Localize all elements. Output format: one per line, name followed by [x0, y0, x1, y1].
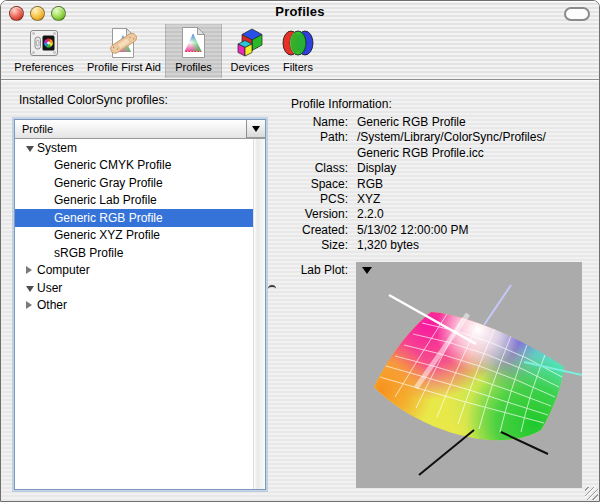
field-label: Created:: [291, 223, 348, 238]
field-value: RGB: [357, 177, 383, 192]
toolbar-label-profiles: Profiles: [175, 61, 212, 74]
disclosure-open-icon[interactable]: [26, 284, 37, 292]
profile-info-fields: Name: Generic RGB Profile Path: /System/…: [291, 115, 591, 254]
dropdown-arrow-icon: [252, 126, 260, 132]
tree-item-system[interactable]: System: [15, 139, 254, 157]
list-scrollbar[interactable]: [253, 139, 265, 489]
tree-item-label: Computer: [37, 263, 90, 277]
field-label: Space:: [291, 177, 348, 192]
field-label: [291, 146, 348, 161]
devices-icon: [235, 24, 265, 61]
lab-plot-label: Lab Plot:: [291, 263, 348, 277]
tree-item-generic-gray[interactable]: Generic Gray Profile: [15, 174, 254, 192]
disclosure-closed-icon[interactable]: [26, 301, 37, 309]
field-label: Version:: [291, 207, 348, 222]
tree-item-other[interactable]: Other: [15, 297, 254, 315]
toolbar-item-devices[interactable]: Devices: [224, 24, 276, 78]
tree-item-label: Other: [37, 298, 67, 312]
profile-information-heading: Profile Information:: [291, 97, 392, 111]
list-column-header-label: Profile: [22, 123, 53, 135]
field-label: PCS:: [291, 192, 348, 207]
filters-icon: [281, 24, 315, 61]
field-value: /System/Library/ColorSync/Profiles/: [357, 130, 546, 145]
toolbar-label-profile-first-aid: Profile First Aid: [87, 61, 161, 74]
tree-item-generic-cmyk[interactable]: Generic CMYK Profile: [15, 157, 254, 175]
field-row-space: Space: RGB: [291, 177, 591, 192]
profile-first-aid-icon: [107, 24, 141, 61]
lab-plot-menu-arrow[interactable]: [362, 267, 372, 274]
field-row-created: Created: 5/13/02 12:00:00 PM: [291, 223, 591, 238]
field-row-path: Path: /System/Library/ColorSync/Profiles…: [291, 130, 591, 145]
tree-item-label: User: [37, 281, 62, 295]
field-row-size: Size: 1,320 bytes: [291, 238, 591, 253]
field-label: Class:: [291, 161, 348, 176]
tree-item-user[interactable]: User: [15, 279, 254, 297]
lab-plot-view[interactable]: [356, 262, 582, 488]
toolbar-item-profile-first-aid[interactable]: Profile First Aid: [81, 24, 167, 78]
pane-splitter-handle[interactable]: [268, 285, 276, 292]
colorsync-profiles-window: Profiles: [0, 0, 600, 502]
toolbar-item-preferences[interactable]: Preferences: [9, 24, 79, 78]
tree-item-computer[interactable]: Computer: [15, 262, 254, 280]
field-row-version: Version: 2.2.0: [291, 207, 591, 222]
toolbar-item-filters[interactable]: Filters: [277, 24, 319, 78]
tree-item-label: Generic CMYK Profile: [54, 158, 171, 172]
profiles-list: Profile System Generic CMYK Profile Gene…: [14, 119, 266, 490]
field-label: Size:: [291, 238, 348, 253]
window-chrome: Profiles: [1, 1, 599, 80]
field-label: Name:: [291, 115, 348, 130]
field-row-class: Class: Display: [291, 161, 591, 176]
field-label: Path:: [291, 130, 348, 145]
field-row-pcs: PCS: XYZ: [291, 192, 591, 207]
toolbar-label-devices: Devices: [230, 61, 269, 74]
toolbar-label-preferences: Preferences: [14, 61, 73, 74]
list-column-header[interactable]: Profile: [15, 120, 265, 139]
tree-item-label: Generic Gray Profile: [54, 176, 163, 190]
window-resize-grip[interactable]: [585, 487, 598, 500]
preferences-icon: [29, 24, 59, 61]
field-value: Generic RGB Profile.icc: [357, 146, 484, 161]
tree-item-label: Generic RGB Profile: [54, 211, 163, 225]
profiles-tree: System Generic CMYK Profile Generic Gray…: [15, 139, 254, 489]
field-value: 2.2.0: [357, 207, 384, 222]
tree-item-label: sRGB Profile: [54, 246, 123, 260]
installed-profiles-heading: Installed ColorSync profiles:: [19, 93, 168, 107]
column-menu-button[interactable]: [246, 120, 265, 138]
tree-item-label: System: [37, 141, 77, 155]
tree-item-generic-rgb-selected[interactable]: Generic RGB Profile: [15, 209, 254, 227]
disclosure-closed-icon[interactable]: [26, 266, 37, 274]
window-title: Profiles: [1, 4, 599, 19]
tree-item-label: Generic Lab Profile: [54, 193, 157, 207]
tree-item-srgb[interactable]: sRGB Profile: [15, 244, 254, 262]
tree-item-generic-xyz[interactable]: Generic XYZ Profile: [15, 227, 254, 245]
toolbar-label-filters: Filters: [283, 61, 313, 74]
gamut-surface-plot: [356, 262, 582, 488]
tree-item-label: Generic XYZ Profile: [54, 228, 160, 242]
field-value: XYZ: [357, 192, 380, 207]
toolbar-toggle-button[interactable]: [564, 7, 590, 21]
profiles-icon: [180, 24, 207, 61]
field-value: Generic RGB Profile: [357, 115, 466, 130]
tree-item-generic-lab[interactable]: Generic Lab Profile: [15, 192, 254, 210]
field-row-name: Name: Generic RGB Profile: [291, 115, 591, 130]
disclosure-open-icon[interactable]: [26, 144, 37, 152]
field-value: 5/13/02 12:00:00 PM: [357, 223, 468, 238]
field-value: Display: [357, 161, 396, 176]
titlebar[interactable]: Profiles: [1, 1, 599, 23]
field-row-path-line2: Generic RGB Profile.icc: [291, 146, 591, 161]
field-value: 1,320 bytes: [357, 238, 419, 253]
toolbar-item-profiles[interactable]: Profiles: [165, 24, 222, 78]
